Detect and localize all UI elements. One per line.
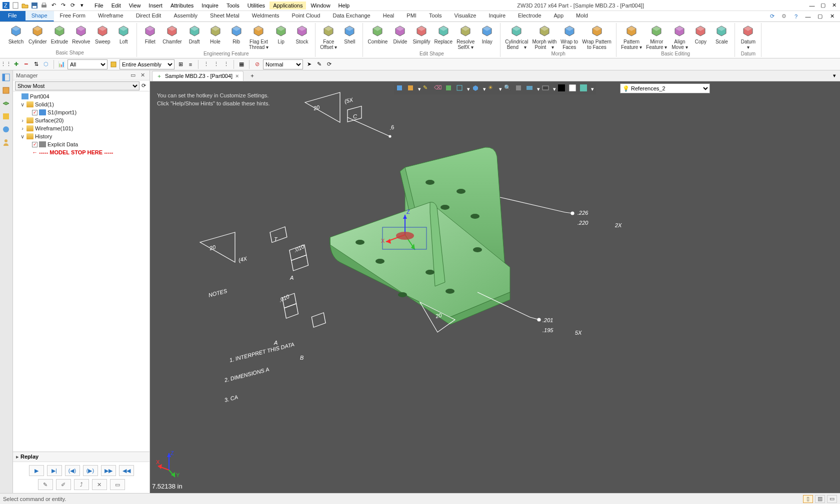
open-icon[interactable]: [21, 1, 29, 9]
menu-help[interactable]: Help: [335, 1, 354, 9]
view-triad-icon[interactable]: Z X Y: [155, 450, 183, 478]
list2-icon[interactable]: ⋮: [212, 60, 220, 68]
ribbon-tab-mold[interactable]: Mold: [570, 11, 594, 21]
ribbon-close-icon[interactable]: ✕: [828, 12, 836, 20]
doc-tab-close-icon[interactable]: ×: [236, 73, 238, 79]
hex-icon[interactable]: ⬡: [42, 60, 50, 68]
ribbon-btn-hole[interactable]: Hole: [206, 23, 226, 51]
refresh-icon[interactable]: ⟳: [68, 1, 76, 9]
tree-import-check[interactable]: [32, 110, 38, 115]
ribbon-btn-copy[interactable]: Copy: [690, 23, 710, 51]
replay-step-back-button[interactable]: (◀): [65, 465, 80, 476]
doc-tab-new[interactable]: ＋: [246, 71, 259, 80]
menu-insert[interactable]: Insert: [145, 1, 166, 9]
ribbon-btn-resolve[interactable]: Resolve SelfX ▾: [455, 23, 476, 51]
replay-step-fwd-button[interactable]: (▶): [83, 465, 98, 476]
tree-import[interactable]: S1(Import1): [48, 109, 76, 115]
maximize-icon[interactable]: ▢: [819, 1, 827, 9]
minimize-icon[interactable]: —: [808, 1, 816, 9]
normal-select[interactable]: Normal: [263, 59, 303, 69]
manager-pin-icon[interactable]: ▭: [129, 71, 137, 79]
ribbon-tab-assembly[interactable]: Assembly: [168, 11, 204, 21]
ribbon-btn-cylinder[interactable]: Cylinder: [27, 23, 48, 50]
menu-view[interactable]: View: [126, 1, 144, 9]
dock-visual-icon[interactable]: [1, 111, 11, 121]
ribbon-btn-pattern[interactable]: Pattern Feature ▾: [620, 23, 644, 51]
tree-history[interactable]: History: [35, 133, 52, 139]
drag-handle-icon[interactable]: ⋮⋮: [2, 60, 10, 68]
ribbon-min-icon[interactable]: —: [804, 12, 812, 20]
tree-icon[interactable]: ⊞: [176, 60, 184, 68]
ribbon-btn-scale[interactable]: Scale: [712, 23, 732, 51]
replay-tool1-button[interactable]: ✎: [38, 479, 53, 490]
replay-next-button[interactable]: ▶|: [47, 465, 62, 476]
ribbon-btn-shell[interactable]: Shell: [340, 23, 360, 51]
viewport[interactable]: You can set the hotkey in Customize Sett…: [150, 81, 840, 493]
print-icon[interactable]: [40, 1, 48, 9]
ribbon-refresh-icon[interactable]: ⟳: [768, 12, 776, 20]
ribbon-tab-sheetmetal[interactable]: Sheet Metal: [204, 11, 246, 21]
ribbon-btn-wrap[interactable]: Wrap to Faces: [559, 23, 580, 51]
new-icon[interactable]: [12, 1, 20, 9]
ribbon-tab-pmi[interactable]: PMI: [400, 11, 423, 21]
dock-user-icon[interactable]: [1, 137, 11, 147]
menu-window[interactable]: Window: [307, 1, 334, 9]
filter-all-select[interactable]: All: [68, 59, 108, 69]
ribbon-btn-rib[interactable]: Rib: [226, 23, 246, 51]
ban-icon[interactable]: ⊘: [253, 60, 261, 68]
status-btn2-icon[interactable]: ▥: [815, 495, 825, 503]
ribbon-tab-app[interactable]: App: [548, 11, 570, 21]
ribbon-btn-mirror[interactable]: Mirror Feature ▾: [644, 23, 668, 51]
replay-delete-button[interactable]: ✕: [92, 479, 107, 490]
remove-filter-icon[interactable]: ━: [22, 60, 30, 68]
tree-root[interactable]: Part004: [30, 93, 50, 99]
ribbon-btn-fillet[interactable]: Fillet: [140, 23, 160, 51]
dock-assembly-icon[interactable]: [1, 85, 11, 95]
menu-applications[interactable]: Applications: [270, 1, 306, 9]
ribbon-btn-divide[interactable]: Divide: [390, 23, 410, 51]
ribbon-btn-wrap[interactable]: Wrap Pattern to Faces: [580, 23, 613, 51]
model-canvas[interactable]: Z X: [150, 81, 840, 493]
replay-tool3-button[interactable]: ⤴: [74, 479, 89, 490]
replay-tool2-button[interactable]: ✐: [56, 479, 71, 490]
tree-wireframe[interactable]: Wireframe(101): [35, 125, 73, 131]
dock-pmi-icon[interactable]: [1, 124, 11, 134]
ribbon-tab-pointcloud[interactable]: Point Cloud: [286, 11, 327, 21]
manager-close-icon[interactable]: ✕: [138, 71, 146, 79]
qat-dropdown-icon[interactable]: ▾: [78, 1, 86, 9]
replay-rewind-button[interactable]: ◀◀: [119, 465, 134, 476]
ribbon-tab-weldments[interactable]: Weldments: [246, 11, 286, 21]
ribbon-btn-simplify[interactable]: Simplify: [411, 23, 432, 51]
ribbon-tab-wireframe[interactable]: Wireframe: [92, 11, 130, 21]
doc-tabs-menu-icon[interactable]: ▾: [832, 72, 840, 80]
tree-stop[interactable]: ----- MODEL STOP HERE -----: [39, 149, 114, 155]
ribbon-tab-directedit[interactable]: Direct Edit: [130, 11, 168, 21]
save-icon[interactable]: [30, 1, 38, 9]
ribbon-tab-inquire[interactable]: Inquire: [482, 11, 512, 21]
close-icon[interactable]: ✕: [830, 1, 838, 9]
ribbon-btn-combine[interactable]: Combine: [366, 23, 389, 51]
assembly-select[interactable]: Entire Assembly: [120, 59, 174, 69]
show-combo[interactable]: Show Most: [15, 81, 140, 90]
ribbon-tab-heal[interactable]: Heal: [377, 11, 401, 21]
ribbon-tab-dataexchange[interactable]: Data Exchange: [326, 11, 376, 21]
tree-explicit[interactable]: Explicit Data: [48, 141, 78, 147]
ribbon-btn-face[interactable]: Face Offset ▾: [318, 23, 338, 51]
align-left-icon[interactable]: ≡: [186, 60, 194, 68]
ribbon-btn-align[interactable]: Align Move ▾: [670, 23, 690, 51]
help-icon[interactable]: ?: [792, 12, 800, 20]
grid-icon[interactable]: ▦: [238, 60, 246, 68]
filter-up-icon[interactable]: ⇅: [32, 60, 40, 68]
dock-manager-icon[interactable]: [1, 72, 11, 82]
ribbon-btn-replace[interactable]: Replace: [432, 23, 454, 51]
ribbon-btn-lip[interactable]: Lip: [271, 23, 291, 51]
ribbon-tab-tools[interactable]: Tools: [423, 11, 448, 21]
ribbon-btn-draft[interactable]: Draft: [184, 23, 204, 51]
ribbon-btn-extrude[interactable]: Extrude: [50, 23, 70, 50]
ribbon-btn-morph[interactable]: Morph with Point ▾: [530, 23, 558, 51]
ribbon-btn-stock[interactable]: Stock: [292, 23, 312, 51]
doc-tab-plus-left[interactable]: ＋: [156, 72, 162, 80]
tree-explicit-check[interactable]: [32, 142, 38, 147]
manager-refresh-icon[interactable]: ⟳: [140, 82, 148, 90]
ribbon-btn-loft[interactable]: Loft: [114, 23, 134, 50]
